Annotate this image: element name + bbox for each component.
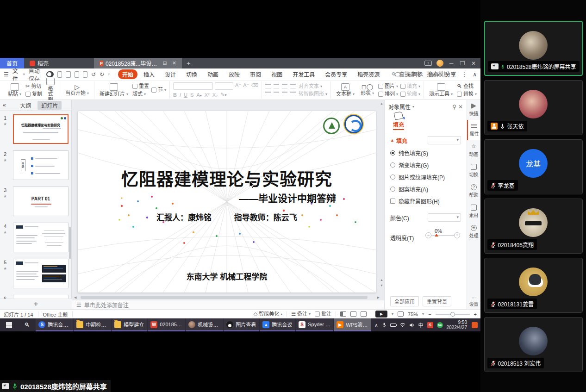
justify-icon[interactable] <box>290 92 296 96</box>
taskbar-search-button[interactable]: 🔍︎ <box>19 318 36 331</box>
minus-icon[interactable]: − <box>425 232 431 238</box>
indent-increase-icon[interactable] <box>290 84 296 88</box>
green-tray-icon[interactable]: 64 <box>437 322 443 328</box>
apply-all-button[interactable]: 全部应用 <box>390 296 419 306</box>
slideshow-play-button[interactable]: ▶ <box>375 311 387 317</box>
fit-slide-icon[interactable] <box>398 311 404 317</box>
participant-tile[interactable]: 02018405贲翔 <box>484 199 583 254</box>
orange-tray-icon[interactable] <box>472 322 478 328</box>
participant-tile-sharer[interactable]: 02018528康炜铭的屏幕共享 <box>484 21 583 76</box>
rail-assets[interactable]: 素材 <box>467 201 480 222</box>
play-from-current-button[interactable]: ▷当页开始▾ <box>63 84 91 96</box>
zoom-slider[interactable] <box>436 314 470 315</box>
underline-button[interactable]: U <box>184 92 187 98</box>
ribbon-tab-docer-res[interactable]: 稻壳资源 <box>353 69 384 79</box>
shapes-button[interactable]: ◻◯形状▾ <box>359 84 376 96</box>
align-left-icon[interactable] <box>265 92 271 96</box>
ribbon-tab-transition[interactable]: 切换 <box>182 69 201 79</box>
fill-style-dropdown[interactable] <box>428 136 461 144</box>
taskbar-app-spyder[interactable]: SSpyder (Py... <box>296 318 333 331</box>
ime-indicator[interactable]: 中 <box>418 321 424 329</box>
account-avatar[interactable] <box>436 60 443 67</box>
beautify-button[interactable]: ◇智能美化▴ <box>254 311 282 317</box>
comments-button[interactable]: 批注 <box>315 311 331 317</box>
rail-transition[interactable]: 切换 <box>467 161 480 181</box>
new-tab-button[interactable]: + <box>182 58 195 68</box>
network-icon[interactable] <box>400 323 405 327</box>
minimize-button[interactable]: ─ <box>448 60 455 67</box>
close-panel-icon[interactable]: ✕ <box>458 104 463 110</box>
taskbar-app-tencent-meeting[interactable]: S腾讯会议 - ... <box>36 318 73 331</box>
taskbar-app-tencent-meeting-2[interactable]: ▲腾讯会议 <box>260 318 295 331</box>
layout-switch-icon[interactable]: 1 <box>424 61 432 66</box>
color-dropdown[interactable] <box>428 213 461 222</box>
file-menu[interactable]: 文件 <box>12 67 19 82</box>
battery-icon[interactable] <box>390 324 396 327</box>
rail-help[interactable]: ?帮助 <box>467 181 480 201</box>
subscript-icon[interactable]: X₂ <box>212 92 218 98</box>
panel-scrollbar[interactable] <box>69 227 71 259</box>
pin-icon[interactable]: ⚲ <box>452 104 456 110</box>
cut-button[interactable]: ✂剪切 <box>25 83 42 89</box>
font-name-select[interactable] <box>173 82 213 90</box>
reading-view-icon[interactable] <box>361 311 367 317</box>
replace-button[interactable]: 替换▾ <box>457 91 477 97</box>
slide-title[interactable]: 忆阻器建模理论与实验研究 <box>78 166 376 191</box>
theme-name[interactable]: Office 主题 <box>43 311 68 318</box>
save-icon[interactable] <box>57 71 62 78</box>
font-decrease-icon[interactable]: A⁻ <box>243 82 249 90</box>
participant-tile[interactable]: 02018131姜雷 <box>484 258 583 313</box>
tab-slides[interactable]: 幻灯片 <box>37 101 62 110</box>
close-button[interactable]: ✕ <box>470 60 477 67</box>
rail-properties[interactable]: 属性 <box>467 120 480 140</box>
smart-graphic-button[interactable]: 转智能图形▾ <box>299 91 327 97</box>
reset-background-button[interactable]: 重置背景 <box>423 296 451 306</box>
fill-tab[interactable]: 填充 <box>389 112 408 128</box>
ribbon-tab-insert[interactable]: 插入 <box>139 69 159 79</box>
ribbon-tab-devtools[interactable]: 开发工具 <box>288 69 319 79</box>
taskbar-app-folder-model[interactable]: 模型建立 <box>112 318 147 331</box>
hamburger-icon[interactable]: ☰ <box>4 71 9 78</box>
taskbar-app-wps-presentation[interactable]: ▶WPS演示 幻... <box>334 318 371 331</box>
reset-button[interactable]: 重置 <box>132 83 149 89</box>
copy-button[interactable]: 复制 <box>25 91 42 97</box>
align-right-icon[interactable] <box>282 92 287 96</box>
notes-bar[interactable]: ☰ 单击此处添加备注 <box>72 300 384 309</box>
sorter-view-icon[interactable] <box>350 311 356 317</box>
ribbon-tab-slideshow[interactable]: 放映 <box>224 69 244 79</box>
participant-tile[interactable]: 龙基 李龙基 <box>484 139 583 194</box>
arrange-button[interactable]: 排列▾ <box>378 91 398 97</box>
normal-view-icon[interactable] <box>340 311 346 317</box>
participant-tile[interactable]: 02018513 刘宏伟 <box>484 317 583 372</box>
highlight-icon[interactable]: ✎▾ <box>220 92 226 98</box>
fill-button[interactable]: 填充▾ <box>400 83 420 89</box>
sogou-tray-icon[interactable]: S <box>427 322 433 328</box>
slide-presenter-line[interactable]: 汇报人：康炜铭 指导教师：陈云飞 <box>78 211 376 223</box>
clear-format-icon[interactable]: ⌫ <box>251 82 258 90</box>
zoom-knob[interactable] <box>450 312 455 317</box>
tab-document[interactable]: P 02018528康...毕设中期答辩PPT ⊟ ✕ <box>94 58 182 68</box>
participant-tile[interactable]: 张天依 <box>484 80 583 135</box>
layout-button[interactable]: 版式▾ <box>132 91 149 97</box>
transparency-slider[interactable] <box>429 235 455 236</box>
taskbar-app-folder-midterm[interactable]: 中期检查资料 <box>74 318 111 331</box>
tab-close-icon[interactable]: ✕ <box>172 60 176 66</box>
horizontal-scrollbar[interactable]: ◀ ▶ <box>74 296 380 299</box>
taskbar-clock[interactable]: 9:50 2022/4/27 <box>447 320 468 330</box>
zoom-out-button[interactable]: − <box>428 311 431 317</box>
indent-decrease-icon[interactable] <box>282 84 287 88</box>
strikethrough-button[interactable]: S <box>190 92 193 98</box>
play-options-chevron-icon[interactable]: ▾ <box>392 312 393 316</box>
redo-icon[interactable]: ↻ <box>100 71 104 78</box>
outline-button[interactable]: 轮廓▾ <box>400 91 420 97</box>
rail-process[interactable]: ✳处理 <box>467 222 480 242</box>
text-box-button[interactable]: A文本框▾ <box>334 83 356 97</box>
option-solid-fill[interactable]: 纯色填充(S) <box>390 149 461 157</box>
zoom-in-button[interactable]: + <box>474 311 477 317</box>
option-picture-fill[interactable]: 图片或纹理填充(P) <box>390 173 461 181</box>
italic-button[interactable]: I <box>180 92 181 98</box>
start-button[interactable] <box>0 318 19 331</box>
sync-status[interactable]: 未同步 <box>406 70 423 78</box>
paste-button[interactable]: 粘贴▾ <box>6 83 23 97</box>
align-center-icon[interactable] <box>274 92 279 96</box>
